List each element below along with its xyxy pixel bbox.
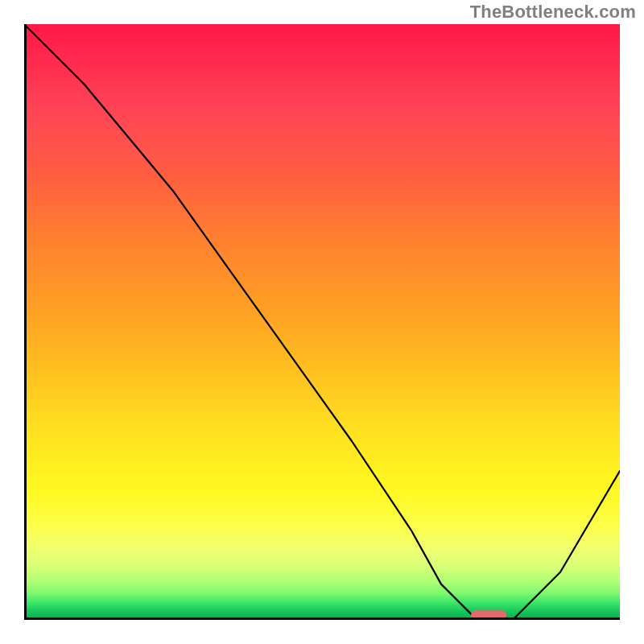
heat-gradient-background (24, 24, 620, 620)
attribution-text: TheBottleneck.com (470, 2, 636, 23)
plot-area (24, 24, 620, 620)
chart-container: TheBottleneck.com (0, 0, 644, 644)
